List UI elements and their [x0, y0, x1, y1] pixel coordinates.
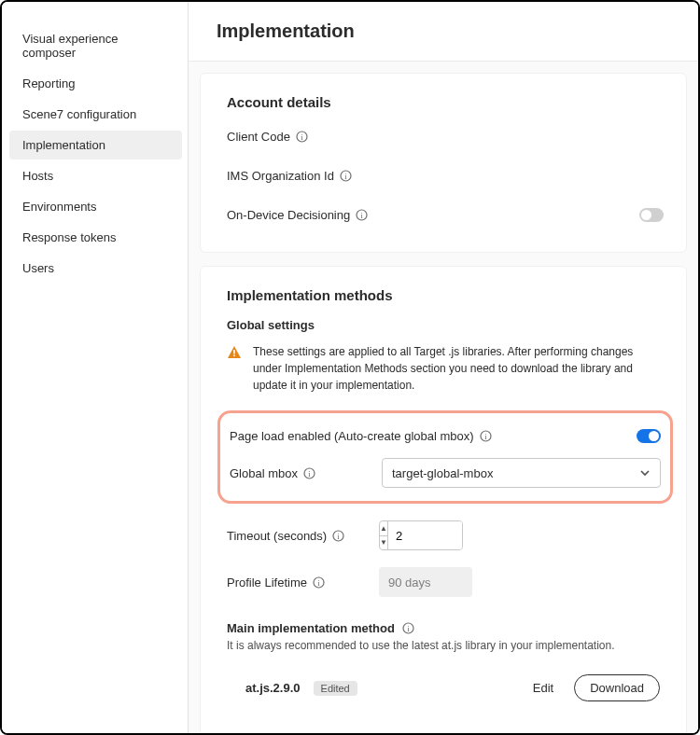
info-icon[interactable]: i [356, 209, 368, 221]
svg-text:i: i [337, 531, 340, 540]
sidebar-item-hosts[interactable]: Hosts [9, 161, 182, 190]
timeout-stepper[interactable]: ▲ ▼ [379, 520, 463, 550]
sidebar: Visual experience composer Reporting Sce… [2, 2, 189, 733]
main-method-edit[interactable]: Edit [533, 681, 553, 695]
sidebar-item-reporting[interactable]: Reporting [9, 69, 182, 98]
timeout-label: Timeout (seconds) [227, 529, 327, 543]
global-mbox-select[interactable]: target-global-mbox [382, 458, 661, 488]
account-details-card: Account details Client Code i IMS Organi… [200, 73, 687, 253]
warning-icon [227, 345, 242, 360]
edited-badge: Edited [314, 681, 357, 696]
client-code-label: Client Code [227, 130, 290, 144]
main-method-sub: It is always recommended to use the late… [227, 639, 664, 652]
main-method-row: at.js.2.9.0 Edited Edit Download [227, 667, 664, 709]
info-icon[interactable]: i [296, 131, 308, 143]
on-device-label: On-Device Decisioning [227, 208, 350, 222]
info-icon[interactable]: i [303, 467, 315, 479]
profile-lifetime-value: 90 days [379, 567, 472, 597]
page-header: Implementation [189, 2, 698, 62]
page-load-enabled-toggle[interactable] [637, 429, 661, 443]
global-mbox-value: target-global-mbox [392, 466, 493, 480]
svg-text:i: i [308, 468, 311, 478]
on-device-toggle[interactable] [639, 208, 664, 222]
svg-text:i: i [317, 577, 320, 587]
svg-text:i: i [301, 132, 303, 141]
stepper-up[interactable]: ▲ [380, 521, 387, 536]
stepper-down[interactable]: ▼ [380, 536, 387, 550]
sidebar-item-users[interactable]: Users [9, 254, 182, 283]
sidebar-item-environments[interactable]: Environments [9, 192, 182, 221]
main-method-download[interactable]: Download [574, 674, 660, 701]
svg-text:i: i [484, 431, 487, 440]
global-mbox-highlight: Page load enabled (Auto-create global mb… [217, 410, 673, 504]
svg-text:i: i [344, 171, 347, 180]
implementation-methods-heading: Implementation methods [227, 287, 664, 303]
profile-lifetime-label: Profile Lifetime [227, 576, 307, 589]
info-icon[interactable]: i [313, 576, 325, 589]
sidebar-item-implementation[interactable]: Implementation [9, 131, 182, 159]
info-icon[interactable]: i [340, 170, 352, 182]
svg-text:i: i [407, 624, 410, 633]
global-mbox-label: Global mbox [230, 466, 298, 480]
account-details-heading: Account details [227, 94, 664, 110]
chevron-down-icon [639, 467, 651, 478]
sidebar-item-scene7[interactable]: Scene7 configuration [9, 100, 182, 129]
info-icon[interactable]: i [480, 430, 492, 442]
page-title: Implementation [217, 21, 675, 42]
ims-org-label: IMS Organization Id [227, 169, 334, 183]
implementation-methods-card: Implementation methods Global settings T… [200, 266, 687, 733]
info-icon[interactable]: i [332, 530, 344, 542]
info-icon[interactable]: i [402, 622, 414, 634]
sidebar-item-vec[interactable]: Visual experience composer [9, 24, 182, 67]
svg-text:i: i [360, 210, 363, 219]
global-settings-warning: These settings are applied to all Target… [253, 343, 664, 394]
svg-rect-7 [233, 350, 235, 354]
main-method-name: at.js.2.9.0 [245, 681, 301, 695]
global-settings-heading: Global settings [227, 318, 664, 332]
main-method-heading: Main implementation method [227, 621, 395, 635]
timeout-input[interactable] [388, 521, 463, 549]
page-load-enabled-label: Page load enabled (Auto-create global mb… [230, 429, 474, 443]
sidebar-item-response-tokens[interactable]: Response tokens [9, 223, 182, 252]
svg-rect-8 [233, 355, 235, 357]
